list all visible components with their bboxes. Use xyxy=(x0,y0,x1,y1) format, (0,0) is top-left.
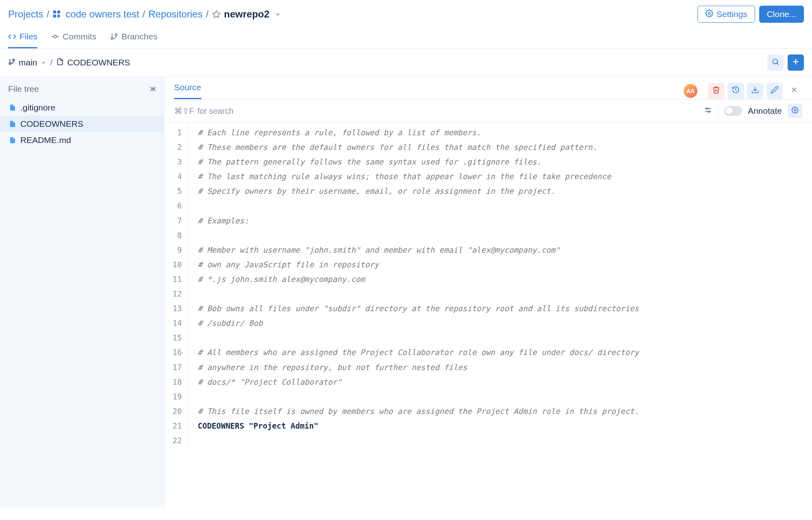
code-line: # The pattern generally follows the same… xyxy=(198,154,812,169)
file-name: CODEOWNERS xyxy=(67,58,130,67)
branch-icon xyxy=(8,58,15,67)
svg-point-14 xyxy=(9,63,11,65)
project-icon xyxy=(52,10,61,19)
close-button[interactable] xyxy=(786,83,802,99)
code-line xyxy=(198,198,812,213)
clone-label: Clone... xyxy=(767,9,796,19)
line-number: 13 xyxy=(164,301,182,316)
gear-icon xyxy=(791,106,799,116)
file-icon xyxy=(9,136,16,144)
tab-files[interactable]: Files xyxy=(8,27,37,48)
edit-button[interactable] xyxy=(767,83,783,99)
line-number: 21 xyxy=(164,418,182,433)
pencil-icon xyxy=(771,86,779,96)
star-icon[interactable] xyxy=(212,10,221,19)
branch-icon xyxy=(110,32,118,41)
search-button[interactable] xyxy=(767,54,784,71)
code-line xyxy=(198,228,812,243)
repo-dropdown-chevron-icon[interactable] xyxy=(274,11,281,17)
code-line: # These members are the default owners f… xyxy=(198,140,812,154)
annotate-label: Annotate xyxy=(748,106,782,116)
history-icon xyxy=(732,86,740,96)
search-icon xyxy=(771,58,780,68)
filter-icon[interactable] xyxy=(704,106,713,117)
file-tree-title: File tree xyxy=(8,84,39,94)
file-path: CODEOWNERS xyxy=(56,58,130,68)
code-line: # This file itself is owned by members w… xyxy=(198,404,812,418)
avatar[interactable]: AA xyxy=(684,84,698,98)
line-number: 10 xyxy=(164,257,182,272)
delete-button[interactable] xyxy=(708,83,724,99)
svg-point-25 xyxy=(706,108,708,109)
line-number: 5 xyxy=(164,184,182,198)
line-number: 4 xyxy=(164,169,182,184)
breadcrumb: Projects / code owners test / Repositori… xyxy=(8,9,281,20)
svg-point-3 xyxy=(57,15,60,17)
branch-selector[interactable]: main xyxy=(8,58,46,67)
search-hint[interactable]: ⌘⇧F for search xyxy=(174,106,233,116)
download-button[interactable] xyxy=(747,83,763,99)
line-number: 2 xyxy=(164,140,182,154)
svg-point-5 xyxy=(708,12,710,14)
breadcrumb-projects[interactable]: Projects xyxy=(8,9,43,20)
svg-point-13 xyxy=(13,59,15,61)
close-icon xyxy=(790,86,798,96)
line-number: 15 xyxy=(164,330,182,345)
line-number: 22 xyxy=(164,433,182,448)
svg-rect-0 xyxy=(53,11,56,13)
line-number: 16 xyxy=(164,345,182,360)
tree-item-label: README.md xyxy=(20,135,71,145)
svg-point-15 xyxy=(773,59,777,64)
content-tab-source[interactable]: Source xyxy=(174,82,201,99)
code-line xyxy=(198,330,812,345)
breadcrumb-project-name[interactable]: code owners test xyxy=(65,9,139,20)
code-line: # anywhere in the repository, but not fu… xyxy=(198,360,812,375)
repo-tabs: Files Commits Branches xyxy=(0,27,812,49)
file-icon xyxy=(9,120,16,128)
code-line: # docs/* "Project Collaborator" xyxy=(198,375,812,389)
code-line xyxy=(198,433,812,448)
viewer-settings-button[interactable] xyxy=(788,104,802,118)
breadcrumb-sep: / xyxy=(143,9,145,20)
svg-point-27 xyxy=(794,109,796,111)
tab-branches[interactable]: Branches xyxy=(110,27,158,48)
svg-rect-2 xyxy=(53,15,56,17)
code-line: # The last matching rule always wins; th… xyxy=(198,169,812,184)
svg-point-10 xyxy=(115,34,117,36)
tab-commits-label: Commits xyxy=(63,32,96,41)
tab-branches-label: Branches xyxy=(121,32,158,41)
add-button[interactable] xyxy=(788,54,804,71)
line-number: 7 xyxy=(164,213,182,228)
line-number: 17 xyxy=(164,360,182,375)
clone-button[interactable]: Clone... xyxy=(759,6,804,23)
line-gutter: 12345678910111213141516171819202122 xyxy=(164,123,188,450)
tree-item[interactable]: README.md xyxy=(0,132,164,148)
code-line: # Examples: xyxy=(198,213,812,228)
line-number: 9 xyxy=(164,243,182,257)
svg-marker-4 xyxy=(212,11,220,17)
line-number: 14 xyxy=(164,316,182,330)
file-icon xyxy=(9,104,16,112)
search-hint-shortcut: ⌘⇧F xyxy=(174,106,194,116)
branch-name: main xyxy=(19,58,37,67)
code-line: # Specify owners by their username, emai… xyxy=(198,184,812,198)
line-number: 1 xyxy=(164,125,182,140)
settings-button[interactable]: Settings xyxy=(698,6,755,23)
code-body[interactable]: # Each line represents a rule, followed … xyxy=(188,123,812,450)
collapse-sidebar-icon[interactable] xyxy=(148,84,157,93)
line-number: 11 xyxy=(164,272,182,286)
search-hint-text: for search xyxy=(197,106,233,116)
settings-label: Settings xyxy=(717,9,747,19)
code-icon xyxy=(8,32,16,41)
chevron-down-icon xyxy=(41,58,46,67)
history-button[interactable] xyxy=(728,83,744,99)
tree-item[interactable]: CODEOWNERS xyxy=(0,116,164,132)
tab-commits[interactable]: Commits xyxy=(51,27,96,48)
commit-icon xyxy=(51,32,59,41)
breadcrumb-repositories[interactable]: Repositories xyxy=(148,9,202,20)
code-line xyxy=(198,286,812,301)
line-number: 18 xyxy=(164,375,182,389)
tree-item[interactable]: .gitignore xyxy=(0,100,164,116)
annotate-toggle[interactable] xyxy=(724,106,742,116)
code-line: # Each line represents a rule, followed … xyxy=(198,125,812,140)
